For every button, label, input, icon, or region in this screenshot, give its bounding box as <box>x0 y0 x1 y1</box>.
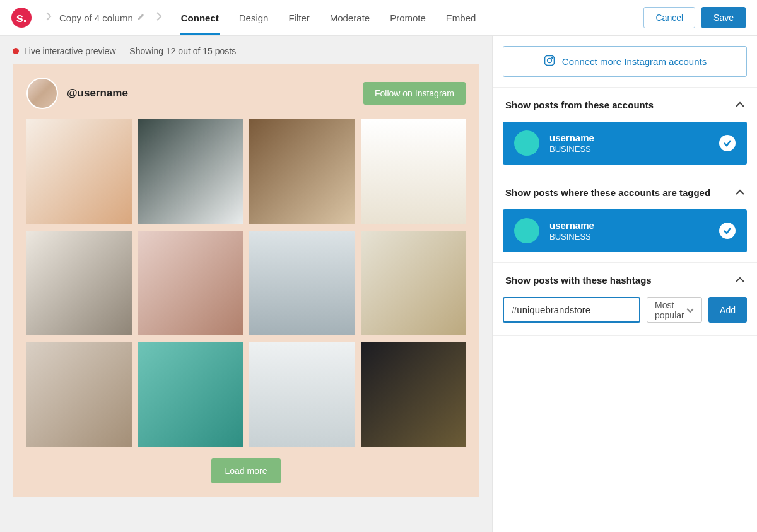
tabs: Connect Design Filter Moderate Promote E… <box>180 1 478 35</box>
add-hashtag-button[interactable]: Add <box>708 297 747 323</box>
svg-point-1 <box>548 59 552 63</box>
connect-more-label: Connect more Instagram accounts <box>562 56 707 67</box>
grid-cell[interactable] <box>26 342 132 447</box>
account-name: username <box>549 220 709 231</box>
grid-cell[interactable] <box>138 231 244 336</box>
feed-grid <box>26 119 466 447</box>
chevron-down-icon <box>686 305 694 315</box>
feed-preview: @username Follow on Instagram Load mo <box>13 64 479 497</box>
account-card[interactable]: username BUSINESS <box>503 122 747 165</box>
account-type: BUSINESS <box>549 144 709 154</box>
tab-connect[interactable]: Connect <box>180 1 220 35</box>
tab-moderate[interactable]: Moderate <box>329 1 371 35</box>
tab-design[interactable]: Design <box>238 1 270 35</box>
chevron-right-icon <box>156 12 162 23</box>
section-accounts-title: Show posts from these accounts <box>505 100 654 110</box>
chevron-up-icon <box>736 99 744 110</box>
svg-point-2 <box>552 57 553 59</box>
grid-cell[interactable] <box>138 342 244 447</box>
grid-cell[interactable] <box>249 119 355 224</box>
grid-cell[interactable] <box>361 342 466 447</box>
connect-more-button[interactable]: Connect more Instagram accounts <box>503 46 747 77</box>
account-avatar <box>514 218 539 243</box>
account-card[interactable]: username BUSINESS <box>503 209 747 252</box>
account-avatar <box>514 130 539 156</box>
load-more-button[interactable]: Load more <box>211 458 281 483</box>
tab-embed[interactable]: Embed <box>445 1 478 35</box>
grid-cell[interactable] <box>26 231 132 336</box>
account-name: username <box>549 132 709 143</box>
section-tagged-title: Show posts where these accounts are tagg… <box>505 187 710 198</box>
settings-panel: Connect more Instagram accounts Show pos… <box>492 36 757 532</box>
check-icon[interactable] <box>719 223 736 239</box>
section-tagged-header[interactable]: Show posts where these accounts are tagg… <box>493 175 757 209</box>
feed-user[interactable]: @username <box>26 78 128 109</box>
check-icon[interactable] <box>719 135 736 151</box>
chevron-up-icon <box>736 187 744 198</box>
grid-cell[interactable] <box>361 119 466 224</box>
grid-cell[interactable] <box>249 231 355 336</box>
select-value: Most popular <box>655 300 686 320</box>
grid-cell[interactable] <box>249 342 355 447</box>
section-hashtags-header[interactable]: Show posts with these hashtags <box>493 263 757 297</box>
chevron-right-icon <box>45 12 52 23</box>
grid-cell[interactable] <box>138 119 244 224</box>
cancel-button[interactable]: Cancel <box>643 7 695 28</box>
preview-pane: Live interactive preview — Showing 12 ou… <box>0 36 492 532</box>
hashtag-sort-select[interactable]: Most popular <box>647 297 702 323</box>
follow-button[interactable]: Follow on Instagram <box>363 82 466 105</box>
pencil-icon[interactable] <box>137 12 146 23</box>
chevron-up-icon <box>736 274 744 286</box>
app-logo[interactable]: s. <box>11 8 32 28</box>
account-type: BUSINESS <box>549 232 709 241</box>
section-accounts-header[interactable]: Show posts from these accounts <box>493 88 757 122</box>
grid-cell[interactable] <box>26 119 132 224</box>
tab-promote[interactable]: Promote <box>389 1 427 35</box>
preview-status-text: Live interactive preview — Showing 12 ou… <box>24 46 236 56</box>
tab-filter[interactable]: Filter <box>287 1 310 35</box>
live-dot-icon <box>13 48 19 54</box>
avatar <box>26 78 58 109</box>
feed-username: @username <box>67 87 128 100</box>
instagram-icon <box>543 54 556 69</box>
hashtag-input[interactable] <box>503 297 640 323</box>
section-hashtags-title: Show posts with these hashtags <box>505 275 652 286</box>
preview-status: Live interactive preview — Showing 12 ou… <box>13 46 479 56</box>
breadcrumb-title[interactable]: Copy of 4 column <box>59 13 133 23</box>
main: Live interactive preview — Showing 12 ou… <box>0 36 757 532</box>
feed-header: @username Follow on Instagram <box>26 78 466 109</box>
topbar: s. Copy of 4 column Connect Design Filte… <box>0 0 757 36</box>
grid-cell[interactable] <box>361 231 466 336</box>
save-button[interactable]: Save <box>701 7 746 28</box>
